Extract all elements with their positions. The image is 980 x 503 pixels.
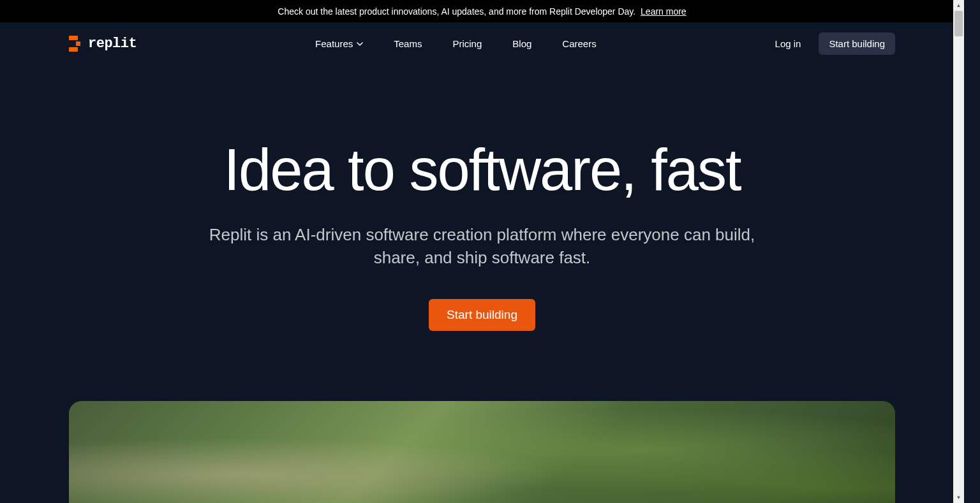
nav-item-label: Pricing	[452, 38, 482, 49]
chevron-down-icon	[357, 42, 363, 46]
start-building-nav-button[interactable]: Start building	[819, 33, 895, 55]
nav-item-features[interactable]: Features	[315, 38, 363, 49]
scroll-down-icon[interactable]: ▼	[953, 492, 964, 503]
nav-item-label: Features	[315, 38, 353, 49]
logo-text: replit	[88, 36, 137, 52]
scroll-up-icon[interactable]: ▲	[953, 0, 964, 11]
nav-item-blog[interactable]: Blog	[512, 38, 531, 49]
nav-right: Log in Start building	[775, 33, 895, 55]
logo[interactable]: replit	[69, 36, 137, 52]
nav-item-label: Blog	[512, 38, 531, 49]
nav-links: Features Teams Pricing Blog Careers	[315, 38, 597, 49]
hero-subtitle-line2: share, and ship software fast.	[374, 248, 591, 267]
hero-subtitle: Replit is an AI-driven software creation…	[0, 223, 964, 270]
nav-item-pricing[interactable]: Pricing	[452, 38, 482, 49]
hero-section: Idea to software, fast Replit is an AI-d…	[0, 65, 964, 331]
announcement-text: Check out the latest product innovations…	[278, 6, 635, 17]
nav-item-label: Teams	[394, 38, 422, 49]
nav-item-teams[interactable]: Teams	[394, 38, 422, 49]
announcement-bar: Check out the latest product innovations…	[0, 0, 964, 22]
start-building-hero-button[interactable]: Start building	[429, 299, 535, 331]
nav-item-careers[interactable]: Careers	[562, 38, 596, 49]
hero-title: Idea to software, fast	[0, 140, 964, 199]
scrollbar[interactable]: ▲ ▼	[953, 0, 964, 503]
main-nav: replit Features Teams Pricing Blog Caree…	[0, 22, 964, 65]
replit-logo-icon	[69, 36, 83, 52]
nav-item-label: Careers	[562, 38, 596, 49]
hero-subtitle-line1: Replit is an AI-driven software creation…	[209, 225, 755, 244]
hero-video[interactable]	[69, 401, 895, 503]
scrollbar-thumb[interactable]	[954, 11, 963, 36]
announcement-link[interactable]: Learn more	[641, 6, 687, 17]
login-link[interactable]: Log in	[775, 38, 801, 49]
